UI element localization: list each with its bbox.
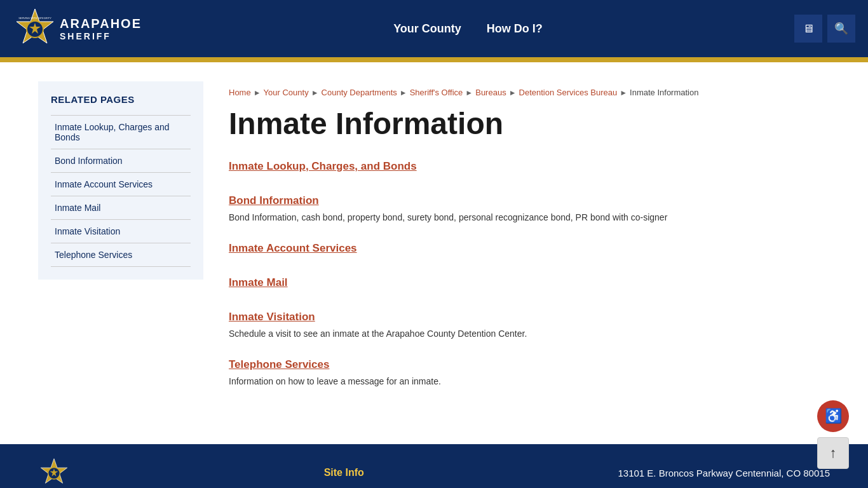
footer-site-info-label: Site Info (324, 467, 364, 478)
breadcrumb: Home ► Your County ► County Departments … (229, 88, 830, 97)
breadcrumb-bureaus[interactable]: Bureaus (475, 88, 506, 97)
breadcrumb-sheriffs-office[interactable]: Sheriff's Office (410, 88, 463, 97)
section-telephone: Telephone Services Information on how to… (229, 358, 830, 388)
breadcrumb-detention-services[interactable]: Detention Services Bureau (519, 88, 618, 97)
nav-your-county[interactable]: Your County (393, 22, 461, 36)
sidebar-link-inmate-lookup[interactable]: Inmate Lookup, Charges and Bonds (51, 116, 191, 149)
sidebar-item-account-services: Inmate Account Services (51, 173, 191, 196)
link-inmate-mail[interactable]: Inmate Mail (229, 276, 288, 289)
main-nav: Your County How Do I? (393, 22, 543, 36)
breadcrumb-county-departments[interactable]: County Departments (322, 88, 397, 97)
sidebar-heading: RELATED PAGES (51, 94, 191, 105)
sidebar-item-inmate-visitation: Inmate Visitation (51, 220, 191, 243)
desc-inmate-visitation: Schedule a visit to see an inmate at the… (229, 327, 830, 341)
desc-bond-info: Bond Information, cash bond, property bo… (229, 211, 830, 224)
sidebar: RELATED PAGES Inmate Lookup, Charges and… (38, 81, 203, 280)
site-footer: Site Info 13101 E. Broncos Parkway Cente… (0, 444, 868, 488)
page-content: Home ► Your County ► County Departments … (229, 81, 830, 406)
breadcrumb-sep-5: ► (509, 88, 517, 97)
section-inmate-visitation: Inmate Visitation Schedule a visit to se… (229, 311, 830, 341)
search-button[interactable]: 🔍 (827, 15, 855, 43)
translate-icon: 🖥 (803, 22, 814, 36)
accessibility-button[interactable]: ♿ (817, 400, 849, 432)
logo-area[interactable]: SERVING WITH INTEGRITY ARAPAHOE SHERIFF (13, 6, 142, 51)
breadcrumb-your-county[interactable]: Your County (264, 88, 309, 97)
translate-button[interactable]: 🖥 (794, 15, 822, 43)
breadcrumb-sep-1: ► (254, 88, 261, 97)
breadcrumb-sep-4: ► (465, 88, 473, 97)
search-icon: 🔍 (834, 22, 848, 36)
sidebar-link-bond-info[interactable]: Bond Information (51, 149, 191, 172)
footer-address: 13101 E. Broncos Parkway Centennial, CO … (618, 468, 830, 478)
sidebar-item-telephone: Telephone Services (51, 243, 191, 267)
desc-telephone: Information on how to leave a message fo… (229, 375, 830, 388)
nav-how-do-i[interactable]: How Do I? (487, 22, 543, 36)
sheriff-badge-icon: SERVING WITH INTEGRITY (13, 6, 57, 51)
header-icons-area: 🖥 🔍 (794, 15, 855, 43)
link-bond-info[interactable]: Bond Information (229, 194, 319, 207)
gold-divider (0, 57, 868, 62)
sidebar-link-list: Inmate Lookup, Charges and Bonds Bond In… (51, 115, 191, 267)
link-inmate-lookup[interactable]: Inmate Lookup, Charges, and Bonds (229, 160, 417, 173)
footer-logo (38, 457, 70, 488)
page-title: Inmate Information (229, 106, 830, 141)
breadcrumb-sep-6: ► (620, 88, 627, 97)
link-telephone[interactable]: Telephone Services (229, 358, 329, 371)
sidebar-link-inmate-visitation[interactable]: Inmate Visitation (51, 220, 191, 243)
breadcrumb-home[interactable]: Home (229, 88, 251, 97)
fab-area: ♿ ↑ (817, 400, 849, 469)
sidebar-item-bond-info: Bond Information (51, 149, 191, 173)
section-inmate-lookup: Inmate Lookup, Charges, and Bonds (229, 160, 830, 177)
scroll-top-button[interactable]: ↑ (817, 437, 849, 469)
section-bond-info: Bond Information Bond Information, cash … (229, 194, 830, 224)
sidebar-link-account-services[interactable]: Inmate Account Services (51, 173, 191, 196)
scroll-top-icon: ↑ (830, 445, 837, 461)
breadcrumb-current: Inmate Information (630, 88, 698, 97)
link-account-services[interactable]: Inmate Account Services (229, 242, 357, 255)
sheriff-name: ARAPAHOE (60, 17, 142, 31)
section-inmate-mail: Inmate Mail (229, 276, 830, 293)
sidebar-item-inmate-mail: Inmate Mail (51, 196, 191, 220)
link-inmate-visitation[interactable]: Inmate Visitation (229, 311, 315, 323)
breadcrumb-sep-2: ► (311, 88, 319, 97)
footer-site-info: Site Info (324, 467, 364, 478)
accessibility-icon: ♿ (825, 408, 842, 424)
section-account-services: Inmate Account Services (229, 242, 830, 259)
site-header: SERVING WITH INTEGRITY ARAPAHOE SHERIFF … (0, 0, 868, 57)
svg-text:SERVING WITH INTEGRITY: SERVING WITH INTEGRITY (18, 17, 51, 20)
breadcrumb-sep-3: ► (400, 88, 407, 97)
sidebar-item-inmate-lookup: Inmate Lookup, Charges and Bonds (51, 116, 191, 149)
sidebar-link-telephone[interactable]: Telephone Services (51, 243, 191, 266)
main-layout: RELATED PAGES Inmate Lookup, Charges and… (0, 62, 868, 444)
footer-badge-icon (38, 457, 70, 488)
sheriff-title: SHERIFF (60, 31, 142, 41)
sidebar-link-inmate-mail[interactable]: Inmate Mail (51, 196, 191, 219)
